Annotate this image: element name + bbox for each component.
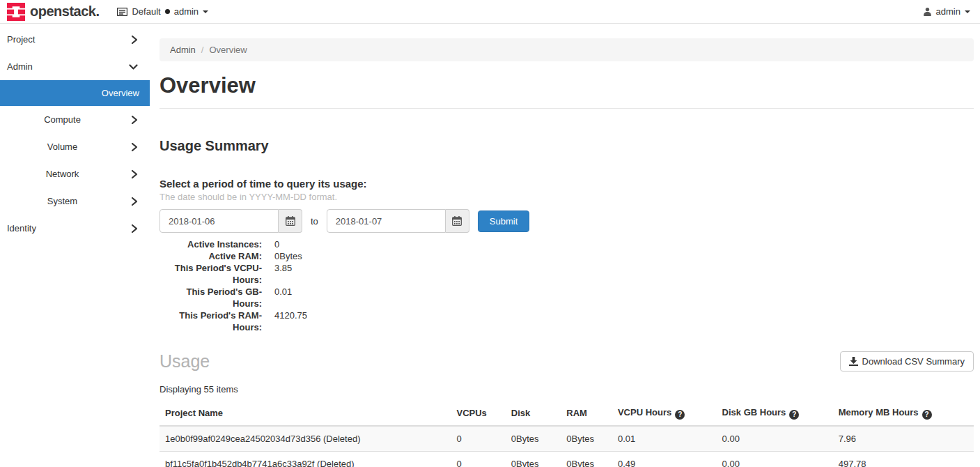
usage-stats: Active Instances: 0 Active RAM: 0Bytes T… — [160, 238, 974, 333]
col-disk-gb-hours: Disk GB Hours? — [717, 401, 833, 426]
sidebar-item-label: Volume — [0, 141, 125, 152]
date-range-prompt: Select a period of time to query its usa… — [160, 178, 974, 190]
help-icon[interactable]: ? — [789, 410, 799, 420]
sidebar-item-identity[interactable]: Identity — [0, 215, 150, 242]
usage-table: Project Name VCPUs Disk RAM VCPU Hours? … — [160, 401, 974, 467]
cell-disk: 0Bytes — [506, 451, 561, 467]
stat-label: This Period's GB-Hours: — [160, 286, 262, 309]
cell-vcpu-hours: 0.49 — [612, 451, 717, 467]
col-label: Memory MB Hours — [839, 407, 919, 418]
item-count: Displaying 55 items — [160, 384, 974, 395]
stat-label: Active Instances: — [160, 238, 262, 250]
chevron-right-icon — [131, 35, 138, 44]
stat-value: 4120.75 — [274, 309, 307, 333]
table-row: bf11c5fa0f1b452db4b7741a6c33a92f (Delete… — [160, 451, 974, 467]
sidebar-item-label: Overview — [102, 88, 139, 98]
cell-disk-gb-hours: 0.00 — [717, 426, 833, 452]
col-label: Disk GB Hours — [722, 407, 786, 418]
col-project-name: Project Name — [160, 401, 451, 426]
date-from-group — [160, 209, 302, 233]
cell-vcpus: 0 — [451, 451, 506, 467]
stat-vcpu-hours: This Period's VCPU-Hours: 3.85 — [160, 262, 974, 286]
date-to-input[interactable] — [327, 209, 446, 233]
title-divider — [160, 108, 974, 109]
openstack-logo-icon — [7, 3, 25, 21]
sidebar-item-label: Compute — [0, 114, 125, 125]
list-icon — [117, 8, 127, 16]
page-title: Overview — [160, 73, 974, 98]
usage-table-heading: Usage — [160, 351, 210, 372]
main-content: Admin / Overview Overview Usage Summary … — [150, 24, 980, 466]
sidebar-item-project[interactable]: Project — [0, 26, 150, 53]
cell-memory-mb-hours: 497.78 — [833, 451, 974, 467]
col-label: VCPU Hours — [618, 407, 671, 418]
to-label: to — [311, 216, 318, 227]
download-icon — [849, 357, 858, 366]
stat-gb-hours: This Period's GB-Hours: 0.01 — [160, 286, 974, 309]
stat-ram-hours: This Period's RAM-Hours: 4120.75 — [160, 309, 974, 333]
context-project: admin — [174, 6, 199, 17]
cell-ram: 0Bytes — [561, 451, 612, 467]
sidebar-item-label: Network — [0, 169, 125, 179]
chevron-right-icon — [131, 142, 138, 151]
chevron-down-icon — [129, 63, 138, 70]
download-csv-button[interactable]: Download CSV Summary — [840, 351, 974, 372]
sidebar-item-compute[interactable]: Compute — [0, 106, 150, 133]
chevron-right-icon — [131, 115, 138, 124]
context-switcher[interactable]: Default admin — [117, 6, 212, 17]
col-ram: RAM — [561, 401, 612, 426]
chevron-right-icon — [131, 224, 138, 233]
stat-label: This Period's VCPU-Hours: — [160, 262, 262, 286]
user-icon — [923, 7, 932, 16]
sidebar-item-label: Identity — [7, 223, 36, 234]
chevron-right-icon — [131, 197, 138, 206]
date-to-group — [327, 209, 469, 233]
user-menu-label: admin — [936, 6, 960, 17]
col-disk: Disk — [506, 401, 561, 426]
sidebar-item-volume[interactable]: Volume — [0, 133, 150, 160]
sidebar-item-network[interactable]: Network — [0, 160, 150, 187]
stat-value: 0Bytes — [274, 250, 302, 262]
brand-text: openstack. — [30, 3, 99, 20]
caret-down-icon — [203, 10, 208, 13]
table-row: 1e0b0f99af0249cea24502034d73d356 (Delete… — [160, 426, 974, 452]
cell-ram: 0Bytes — [561, 426, 612, 452]
col-vcpus: VCPUs — [451, 401, 506, 426]
context-separator-dot — [165, 9, 170, 14]
submit-button[interactable]: Submit — [478, 210, 529, 232]
stat-active-ram: Active RAM: 0Bytes — [160, 250, 974, 262]
date-from-input[interactable] — [160, 209, 279, 233]
calendar-icon[interactable] — [446, 209, 469, 233]
sidebar-item-label: Project — [7, 34, 35, 45]
sidebar-item-label: Admin — [7, 61, 33, 72]
cell-project-name: 1e0b0f99af0249cea24502034d73d356 (Delete… — [160, 426, 451, 452]
table-header-row: Project Name VCPUs Disk RAM VCPU Hours? … — [160, 401, 974, 426]
date-range-form: to Submit — [160, 209, 974, 233]
brand[interactable]: openstack. — [7, 3, 99, 21]
context-domain: Default — [132, 6, 160, 17]
sidebar-item-admin[interactable]: Admin — [0, 53, 150, 80]
cell-project-name: bf11c5fa0f1b452db4b7741a6c33a92f (Delete… — [160, 451, 451, 467]
stat-value: 3.85 — [274, 262, 292, 286]
stat-value: 0.01 — [274, 286, 292, 309]
user-menu[interactable]: admin — [919, 6, 970, 17]
caret-down-icon — [965, 10, 970, 13]
breadcrumb-current: Overview — [209, 45, 247, 55]
breadcrumb-admin-link[interactable]: Admin — [170, 45, 196, 55]
sidebar-item-overview[interactable]: Overview — [0, 80, 150, 106]
sidebar: Project Admin Overview Compute Volume — [0, 24, 150, 466]
help-icon[interactable]: ? — [675, 410, 685, 420]
stat-value: 0 — [274, 238, 279, 250]
help-icon[interactable]: ? — [922, 410, 932, 420]
usage-summary-heading: Usage Summary — [160, 138, 974, 154]
sidebar-item-system[interactable]: System — [0, 187, 150, 215]
stat-label: This Period's RAM-Hours: — [160, 309, 262, 333]
col-vcpu-hours: VCPU Hours? — [612, 401, 717, 426]
calendar-icon[interactable] — [279, 209, 302, 233]
col-memory-mb-hours: Memory MB Hours? — [833, 401, 974, 426]
breadcrumb-divider: / — [201, 45, 204, 55]
breadcrumb: Admin / Overview — [160, 38, 974, 61]
cell-disk: 0Bytes — [506, 426, 561, 452]
download-csv-label: Download CSV Summary — [862, 356, 965, 367]
top-navbar: openstack. Default admin admin — [0, 0, 980, 24]
